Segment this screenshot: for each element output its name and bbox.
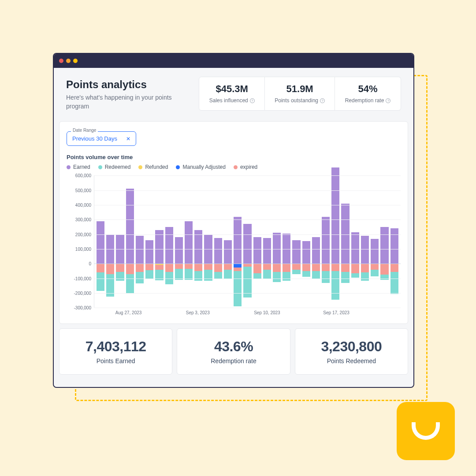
bar-group[interactable]	[224, 175, 232, 308]
bar-segment-earned	[292, 240, 300, 264]
bar-segment-earned	[185, 221, 193, 264]
date-range-label: Date Range	[71, 128, 98, 133]
stat-value: 51.9M	[275, 83, 325, 95]
metric-label: Points Earned	[67, 357, 164, 364]
bar-group[interactable]	[116, 175, 124, 308]
bar-segment-earned	[145, 240, 153, 264]
bar-group[interactable]	[234, 175, 242, 308]
page-title: Points analytics	[66, 78, 193, 91]
metric-card: 43.6% Redemption rate	[177, 328, 290, 375]
bar-segment-earned	[175, 237, 183, 264]
bar-group[interactable]	[185, 175, 193, 308]
info-icon[interactable]: ?	[320, 98, 325, 103]
gridline	[94, 234, 401, 235]
bar-group[interactable]	[136, 175, 144, 308]
bar-group[interactable]	[204, 175, 212, 308]
bar-group[interactable]	[322, 175, 330, 308]
y-tick-label: 600,000	[75, 173, 91, 178]
legend-item[interactable]: expired	[234, 164, 257, 170]
bar-group[interactable]	[371, 175, 379, 308]
window-dot-close[interactable]	[59, 59, 63, 63]
bar-group[interactable]	[361, 175, 369, 308]
legend-label: expired	[240, 164, 257, 170]
bar-segment-earned	[361, 236, 369, 264]
gridline	[94, 175, 401, 176]
bar-segment	[204, 270, 212, 281]
bar-group[interactable]	[302, 175, 310, 308]
bar-group[interactable]	[165, 175, 173, 308]
date-range-chip[interactable]: Previous 30 Days ✕	[67, 131, 136, 146]
y-tick-label: 0	[89, 261, 91, 266]
legend-item[interactable]: Earned	[67, 164, 90, 170]
window-dot-min[interactable]	[66, 59, 71, 63]
stat-label: Redemption rate?	[345, 97, 391, 104]
bar-group[interactable]	[145, 175, 153, 308]
bar-group[interactable]	[292, 175, 300, 308]
bar-segment	[234, 268, 242, 271]
legend-item[interactable]: Refunded	[138, 164, 168, 170]
info-icon[interactable]: ?	[250, 98, 255, 103]
stat-label: Points outstanding?	[275, 97, 325, 104]
bar-segment	[194, 271, 202, 281]
bar-segment	[126, 264, 134, 274]
bar-group[interactable]	[126, 175, 134, 308]
legend-dot-icon	[98, 165, 102, 169]
bar-segment	[224, 270, 232, 279]
bar-segment-earned	[155, 230, 163, 264]
bar-group[interactable]	[331, 175, 339, 308]
bar-group[interactable]	[243, 175, 251, 308]
bar-group[interactable]	[341, 175, 349, 308]
bar-segment	[341, 264, 349, 271]
bar-segment-earned	[243, 224, 251, 264]
date-range-value: Previous 30 Days	[72, 135, 117, 142]
bar-group[interactable]	[175, 175, 183, 308]
summary-cards: $45.3M Sales influenced?51.9M Points out…	[199, 77, 401, 111]
bar-group[interactable]	[273, 175, 281, 308]
bar-group[interactable]	[155, 175, 163, 308]
bar-segment	[273, 264, 281, 271]
bar-segment	[116, 264, 124, 271]
bar-segment	[371, 270, 379, 276]
bar-segment	[224, 264, 232, 269]
bar-segment-earned	[273, 233, 281, 264]
legend-dot-icon	[176, 165, 180, 169]
legend-item[interactable]: Redeemed	[98, 164, 131, 170]
bar-group[interactable]	[194, 175, 202, 308]
bar-segment	[361, 272, 369, 280]
bar-group[interactable]	[390, 175, 398, 308]
bar-group[interactable]	[312, 175, 320, 308]
date-range-filter[interactable]: Date Range Previous 30 Days ✕	[67, 131, 136, 146]
legend-label: Manually Adjusted	[182, 164, 225, 170]
summary-card: 51.9M Points outstanding?	[265, 77, 335, 111]
window-dot-max[interactable]	[73, 59, 78, 63]
metric-card: 3,230,800 Points Redeemed	[295, 328, 408, 375]
y-tick-label: -300,000	[74, 305, 91, 310]
bar-segment	[351, 264, 359, 273]
bar-group[interactable]	[283, 175, 290, 308]
bar-group[interactable]	[351, 175, 359, 308]
bar-group[interactable]	[106, 175, 114, 308]
x-tick-label: Aug 27, 2023	[115, 310, 142, 315]
bar-segment	[371, 264, 379, 269]
close-icon[interactable]: ✕	[126, 136, 130, 142]
gridline	[94, 264, 401, 264]
x-axis: Aug 27, 2023Sep 3, 2023Sep 10, 2023Sep 1…	[94, 308, 401, 317]
info-icon[interactable]: ?	[386, 98, 390, 103]
bar-group[interactable]	[263, 175, 271, 308]
y-tick-label: 400,000	[75, 202, 91, 207]
y-tick-label: 500,000	[75, 188, 91, 193]
legend-label: Earned	[73, 164, 90, 170]
metric-label: Points Redeemed	[303, 357, 400, 364]
legend-item[interactable]: Manually Adjusted	[176, 164, 225, 170]
bar-group[interactable]	[97, 175, 104, 308]
bar-group[interactable]	[380, 175, 388, 308]
bar-group[interactable]	[253, 175, 261, 308]
gridline	[94, 293, 401, 294]
summary-card: 54% Redemption rate?	[335, 77, 401, 111]
bar-segment	[263, 264, 271, 269]
bar-segment	[322, 271, 330, 283]
bar-segment	[273, 272, 281, 282]
bar-group[interactable]	[214, 175, 222, 308]
bar-segment	[214, 264, 222, 271]
bar-segment-earned	[97, 221, 104, 264]
